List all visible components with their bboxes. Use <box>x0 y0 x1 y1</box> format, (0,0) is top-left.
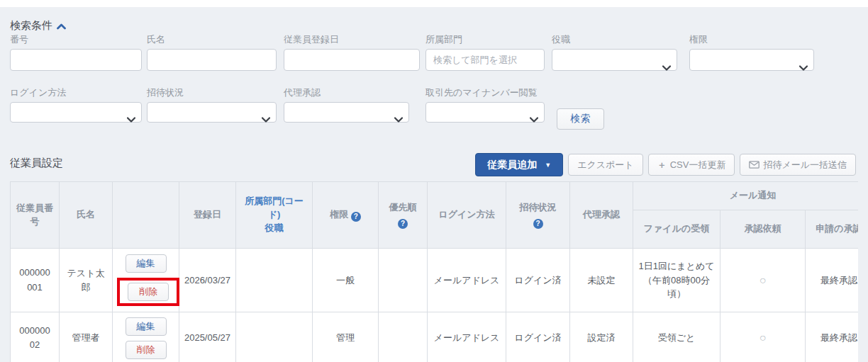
priority-cell <box>379 249 428 312</box>
field-position: 役職 <box>552 33 677 71</box>
field-invite-status: 招待状況 <box>147 86 277 123</box>
login-method-label: ログイン方法 <box>10 86 142 97</box>
name-label: 氏名 <box>147 33 277 44</box>
mail-approval-request-cell: ○ <box>720 249 806 312</box>
mail-file-cell: 1日1回にまとめて（午前08時00分頃） <box>633 249 720 312</box>
delete-button[interactable]: 削除 <box>128 283 169 301</box>
mail-file-cell: 受領ごと <box>633 312 720 362</box>
plus-icon: ＋ <box>657 159 667 171</box>
employee-settings-title: 従業員設定 <box>10 157 63 170</box>
delete-button[interactable]: 削除 <box>126 341 167 359</box>
department-cell <box>236 249 313 312</box>
help-icon[interactable]: ? <box>351 212 361 222</box>
help-icon[interactable]: ? <box>398 219 408 229</box>
mynumber-view-select[interactable] <box>425 102 545 123</box>
position-select[interactable] <box>552 49 677 71</box>
field-name: 氏名 <box>147 33 277 71</box>
permission-cell: 一般 <box>313 249 379 312</box>
permission-cell: 管理 <box>313 312 379 362</box>
col-header-employee-number: 従業員番号 <box>11 182 60 249</box>
col-header-actions <box>113 182 179 249</box>
priority-header-label: 優先順 <box>389 202 417 213</box>
col-header-mail-file: ファイルの受領 <box>633 210 720 249</box>
number-input[interactable] <box>10 49 142 71</box>
table-header-row-group: 従業員番号 氏名 登録日 所属部門(コード) 役職 権限 ? 優先順 ? <box>11 182 859 210</box>
red-highlight-annotation: 削除 <box>117 278 179 306</box>
registered-date-cell: 2025/05/27 <box>179 312 236 362</box>
employee-name-cell: 管理者 <box>60 312 113 362</box>
position-label: 役職 <box>552 33 677 44</box>
registration-date-label: 従業員登録日 <box>284 33 420 44</box>
col-header-name: 氏名 <box>60 182 113 249</box>
field-proxy-approval: 代理承認 <box>284 86 409 123</box>
search-button[interactable]: 検索 <box>557 108 604 130</box>
circle-status-icon: ○ <box>760 274 767 286</box>
collapse-chevron-up-icon[interactable] <box>57 23 66 30</box>
table-row: 00000002 管理者 編集 削除 2025/05/27 管理 メールアドレス… <box>11 312 859 362</box>
registration-date-input[interactable] <box>284 49 420 71</box>
proxy-approval-label: 代理承認 <box>284 86 409 97</box>
permission-select[interactable] <box>689 49 814 71</box>
employee-number-cell: 00000002 <box>11 312 60 362</box>
employee-table: 従業員番号 氏名 登録日 所属部門(コード) 役職 権限 ? 優先順 ? <box>10 181 858 362</box>
permission-header-label: 権限 <box>330 209 348 220</box>
registered-date-cell: 2026/03/27 <box>179 249 236 312</box>
col-header-mail-notification-group: メール通知 <box>633 182 859 210</box>
priority-cell <box>379 312 428 362</box>
department-cell <box>236 312 313 362</box>
col-header-login-method: ログイン方法 <box>428 182 506 249</box>
department-input[interactable] <box>425 49 545 71</box>
name-input[interactable] <box>147 49 277 71</box>
invite-status-cell: ログイン済 <box>506 249 570 312</box>
mail-app-approval-cell: 最終承認 <box>806 249 859 312</box>
field-department: 所属部門 <box>425 33 545 71</box>
proxy-approval-cell: 設定済 <box>570 312 633 362</box>
login-method-select[interactable] <box>10 102 142 123</box>
csv-bulk-update-button[interactable]: ＋ CSV一括更新 <box>648 154 735 176</box>
department-header-line2: 役職 <box>240 222 308 235</box>
employee-name-cell: テスト太郎 <box>60 249 113 312</box>
invite-status-header-label: 招待状況 <box>520 202 557 213</box>
field-permission: 権限 <box>689 33 814 71</box>
add-employee-label: 従業員追加 <box>487 159 537 171</box>
mail-app-approval-cell: 最終承認 <box>806 312 859 362</box>
actions-cell: 編集 削除 <box>113 249 179 312</box>
add-employee-button[interactable]: 従業員追加 ▼ <box>475 153 563 176</box>
permission-label: 権限 <box>689 33 814 44</box>
help-icon[interactable]: ? <box>533 219 543 229</box>
page: 検索条件 番号 氏名 従業員登録日 所属部門 役職 <box>0 0 868 362</box>
caret-down-icon: ▼ <box>545 162 551 169</box>
invite-mail-bulk-label: 招待メール一括送信 <box>763 159 847 171</box>
search-conditions-header[interactable]: 検索条件 <box>10 19 66 33</box>
col-header-department-sort[interactable]: 所属部門(コード) 役職 <box>236 182 313 249</box>
employee-number-cell: 000000001 <box>11 249 60 312</box>
proxy-approval-select[interactable] <box>284 102 409 123</box>
col-header-priority: 優先順 ? <box>379 182 428 249</box>
invite-status-select[interactable] <box>147 102 277 123</box>
login-method-cell: メールアドレス <box>428 249 506 312</box>
department-label: 所属部門 <box>425 33 545 44</box>
number-label: 番号 <box>10 33 142 44</box>
csv-bulk-update-label: CSV一括更新 <box>670 159 726 171</box>
field-mynumber-view: 取引先のマイナンバー閲覧 <box>425 86 545 123</box>
col-header-mail-approval-request: 承認依頼 <box>720 210 806 249</box>
content-panel: 検索条件 番号 氏名 従業員登録日 所属部門 役職 <box>0 7 868 362</box>
circle-status-icon: ○ <box>760 332 767 344</box>
login-method-cell: メールアドレス <box>428 312 506 362</box>
envelope-icon <box>749 161 760 169</box>
col-header-mail-app-approval: 申請の承認 <box>806 210 859 249</box>
search-conditions-title: 検索条件 <box>10 19 52 33</box>
field-login-method: ログイン方法 <box>10 86 142 123</box>
export-label: エクスポート <box>577 159 634 171</box>
col-header-registered: 登録日 <box>179 182 236 249</box>
field-registration-date: 従業員登録日 <box>284 33 420 71</box>
export-button[interactable]: エクスポート <box>568 154 643 176</box>
mynumber-view-label: 取引先のマイナンバー閲覧 <box>425 86 545 97</box>
actions-cell: 編集 削除 <box>113 312 179 362</box>
col-header-invite-status: 招待状況 ? <box>506 182 570 249</box>
invite-status-label: 招待状況 <box>147 86 277 97</box>
invite-mail-bulk-button[interactable]: 招待メール一括送信 <box>740 154 856 176</box>
edit-button[interactable]: 編集 <box>126 254 167 273</box>
edit-button[interactable]: 編集 <box>126 317 167 336</box>
table-row: 000000001 テスト太郎 編集 削除 2026/03/27 一般 メールア… <box>11 249 859 312</box>
